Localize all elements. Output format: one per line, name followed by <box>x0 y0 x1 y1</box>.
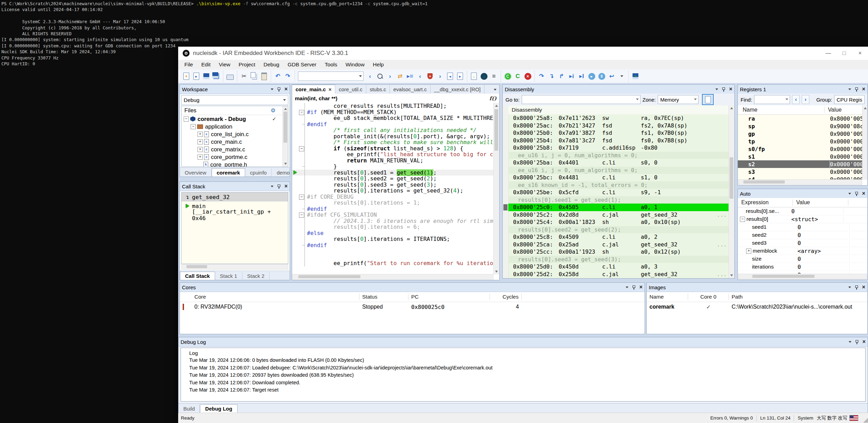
debug-menu-caret[interactable] <box>617 71 627 82</box>
auto-row[interactable]: results[0].se...0 <box>738 207 867 215</box>
disassembly-row[interactable]: 0x8000'25c0:0x4505c.lia0, 1 <box>508 204 729 211</box>
search-button[interactable] <box>375 71 385 82</box>
collapse-icon[interactable]: − <box>191 124 196 129</box>
disassembly-row[interactable]: 0x8000'25a8:0x7e11'2623swra, 0x7EC(sp) <box>508 114 729 122</box>
goto-input[interactable] <box>522 95 640 104</box>
toggle-breakpoint-button[interactable]: + <box>425 71 435 82</box>
editor-tab-core-main-c[interactable]: core_main.c× <box>292 85 335 94</box>
save-all-button[interactable] <box>211 71 221 82</box>
disassembly-scrollbar[interactable] <box>729 105 734 278</box>
find-previous-button[interactable]: ‹ <box>365 71 375 82</box>
code-line[interactable] <box>292 254 494 261</box>
editor-tab-menu-icon[interactable] <box>491 84 499 94</box>
pin-icon[interactable] <box>855 191 858 196</box>
bottom-tab-build[interactable]: Build <box>179 405 200 413</box>
fold-collapse-icon[interactable]: − <box>299 195 304 200</box>
step-out-button[interactable]: ↱ <box>557 71 567 82</box>
auto-row[interactable]: seed20 <box>738 231 867 239</box>
menu-tools[interactable]: Tools <box>321 62 341 68</box>
close-icon[interactable]: × <box>862 284 865 290</box>
next-statement-button[interactable]: ▸i <box>567 71 577 82</box>
go-button[interactable]: ▸ <box>587 71 597 82</box>
expand-icon[interactable]: + <box>197 154 203 160</box>
find-prev-icon[interactable]: ‹ <box>792 95 800 104</box>
code-line[interactable]: results[0].iterations = ITERATIONS; <box>292 236 494 242</box>
code-line[interactable]: − if (sizeof(struct list_head_s) > 128) … <box>292 145 494 152</box>
download-button[interactable]: ↓ <box>469 71 479 82</box>
tree-item[interactable]: +ccore_matrix.c <box>182 145 288 153</box>
debug-without-download-button[interactable]: ≡ <box>489 71 499 82</box>
callstack-frame[interactable]: ↴get_seed_32 <box>182 192 288 201</box>
panel-menu-icon[interactable] <box>271 186 273 187</box>
panel-menu-icon[interactable] <box>715 88 718 90</box>
restart-button[interactable]: C <box>513 71 523 82</box>
expand-icon[interactable]: + <box>197 132 203 137</box>
code-editor[interactable]: core_results results[MULTITHREAD];−#if (… <box>292 103 494 274</box>
workspace-tab-overview[interactable]: Overview <box>180 169 212 177</box>
maximize-icon[interactable]: □ <box>836 47 852 60</box>
code-line[interactable]: results[0].iterations = get_seed_32(4); <box>292 188 494 194</box>
copy-button[interactable] <box>249 71 259 82</box>
run-to-cursor-button[interactable]: ▸I <box>577 71 587 82</box>
code-line[interactable]: results[0].seed1 = get_seed(1); <box>292 170 494 176</box>
close-icon[interactable]: × <box>862 339 866 345</box>
editor-tab-evalsoc-uart-c[interactable]: evalsoc_uart.c <box>390 85 431 94</box>
callstack-hscrollbar[interactable] <box>181 264 288 270</box>
auto-hscrollbar[interactable] <box>738 274 867 279</box>
code-line[interactable]: results[0].seed3 = get_seed(3); <box>292 182 494 188</box>
tree-item[interactable]: +ccore_list_join.c <box>182 130 288 138</box>
code-line[interactable]: } <box>292 163 494 170</box>
find-next-button[interactable]: › <box>385 71 395 82</box>
disassembly-row[interactable]: 0x8000'25b0:0x7a91'3827fsdfs1, 0x7B0(sp) <box>508 129 729 137</box>
workspace-tab-coremark[interactable]: coremark <box>212 168 245 177</box>
prev-location-button[interactable]: ◂ <box>445 71 455 82</box>
close-icon[interactable]: × <box>729 86 732 92</box>
disassembly-row[interactable]: 0x8000'25c8:0x4509c.lia0, 2 <box>508 233 729 241</box>
expand-icon[interactable]: + <box>197 139 203 144</box>
disassembly-row[interactable]: 0x8000'25cc:0x00a1'1923sha0, 0x12(sp) <box>508 248 729 256</box>
register-row[interactable]: sp0x9000'08c0 <box>738 122 862 130</box>
close-tab-icon[interactable]: × <box>329 86 332 92</box>
stop-debug-button[interactable]: × <box>523 71 533 82</box>
register-row[interactable]: tp0x0000'0000 <box>738 138 862 145</box>
tree-item[interactable]: −application <box>182 123 288 130</box>
disassembly-row[interactable]: 0x8000'25ac:0x7b21'3427fsdfs2, 0x7A8(sp) <box>508 122 729 130</box>
code-line[interactable]: core_results results[MULTITHREAD]; <box>292 103 494 109</box>
disassembly-row[interactable]: 0x8000'25bc:0x4481c.lis1, 0 <box>508 174 729 181</box>
close-icon[interactable]: × <box>284 86 288 92</box>
undo-button[interactable]: ↶ <box>273 71 283 82</box>
editor-tab-stubs-c[interactable]: stubs.c <box>366 85 390 94</box>
resize-grip[interactable] <box>863 418 868 423</box>
find-input[interactable] <box>754 95 790 104</box>
prev-bookmark-button[interactable]: ‹ <box>415 71 425 82</box>
expand-icon[interactable]: + <box>746 248 751 254</box>
register-row[interactable]: ra0x8000'005e <box>738 115 862 122</box>
collapse-icon[interactable]: − <box>740 217 745 222</box>
pin-icon[interactable] <box>722 87 725 91</box>
close-icon[interactable]: × <box>862 86 865 92</box>
step-into-button[interactable]: ↴ <box>547 71 557 82</box>
callstack-tab-stack-1[interactable]: Stack 1 <box>215 272 242 280</box>
panel-menu-icon[interactable] <box>849 341 851 343</box>
tree-item[interactable]: +ccore_portme.c <box>182 153 288 161</box>
code-line[interactable]: #endif <box>292 121 494 128</box>
tree-item[interactable]: −coremark - Debug✓ <box>182 115 288 123</box>
workspace-tab-demo[interactable]: demo <box>272 169 295 177</box>
tree-item[interactable]: hcore_portme.h <box>182 161 288 167</box>
code-line[interactable]: −#ifdef CFG_SIMULATION <box>292 212 494 218</box>
code-line[interactable]: ee_printf("Start to run coremark for %u … <box>292 260 494 266</box>
panel-menu-icon[interactable] <box>848 286 851 288</box>
next-location-button[interactable]: ▸ <box>455 71 465 82</box>
auto-row[interactable]: seed30 <box>738 239 867 247</box>
close-icon[interactable]: × <box>284 183 288 189</box>
menu-project[interactable]: Project <box>234 62 259 68</box>
register-row[interactable]: s0/fp0x0000'0000 <box>738 145 862 153</box>
editor-hscrollbar[interactable] <box>292 274 494 280</box>
disassembly-row[interactable]: 0x8000'25b4:0x7a81'3c27fsdfs0, 0x7B8(sp) <box>508 137 729 144</box>
paste-button[interactable] <box>259 71 269 82</box>
code-line[interactable]: /* First some checks to make sure benchm… <box>292 139 494 145</box>
panel-menu-icon[interactable] <box>626 286 628 288</box>
panel-menu-icon[interactable] <box>271 88 273 90</box>
code-line[interactable]: return MAIN_RETURN_VAL; <box>292 158 494 164</box>
code-line[interactable]: /* first call any initializations needed… <box>292 127 494 133</box>
